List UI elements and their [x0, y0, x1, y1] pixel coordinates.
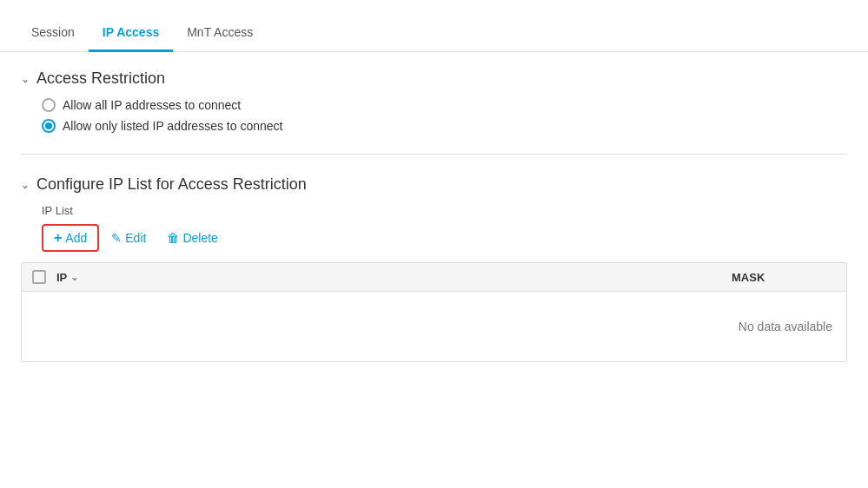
select-all-checkbox[interactable] — [32, 270, 46, 284]
edit-icon: ✎ — [111, 231, 122, 245]
radio-group: Allow all IP addresses to connect Allow … — [21, 98, 847, 133]
main-content: ⌄ Access Restriction Allow all IP addres… — [0, 52, 868, 400]
tab-ip-access[interactable]: IP Access — [89, 15, 173, 52]
tabs-bar: Session IP Access MnT Access — [0, 0, 868, 52]
mask-column-header: MASK — [732, 271, 836, 284]
add-button[interactable]: + Add — [42, 224, 99, 252]
edit-button[interactable]: ✎ Edit — [103, 227, 155, 249]
delete-button-label: Delete — [182, 231, 217, 245]
table-header: IP ⌄ MASK — [22, 263, 846, 292]
no-data-message: No data available — [739, 320, 832, 333]
radio-allow-listed[interactable]: Allow only listed IP addresses to connec… — [42, 119, 847, 133]
radio-circle-allow-all[interactable] — [42, 98, 56, 112]
ip-list-section-title: Configure IP List for Access Restriction — [36, 175, 307, 194]
tab-session[interactable]: Session — [17, 15, 89, 52]
plus-icon: + — [54, 230, 62, 246]
ip-list-label: IP List — [21, 204, 847, 217]
ip-table: IP ⌄ MASK No data available — [21, 262, 847, 362]
ip-list-section: ⌄ Configure IP List for Access Restricti… — [21, 175, 847, 362]
edit-button-label: Edit — [125, 231, 146, 245]
chevron-down-icon-2: ⌄ — [21, 179, 30, 191]
radio-allow-all[interactable]: Allow all IP addresses to connect — [42, 98, 847, 112]
table-body: No data available — [22, 292, 846, 361]
radio-label-allow-all: Allow all IP addresses to connect — [63, 98, 241, 112]
ip-column-header: IP ⌄ — [56, 271, 721, 284]
ip-list-section-header: ⌄ Configure IP List for Access Restricti… — [21, 175, 847, 194]
delete-button[interactable]: 🗑 Delete — [158, 227, 226, 249]
chevron-down-icon: ⌄ — [21, 73, 30, 85]
add-button-label: Add — [65, 231, 87, 245]
tab-mnt-access[interactable]: MnT Access — [173, 15, 267, 52]
sort-icon-ip: ⌄ — [70, 272, 78, 283]
radio-label-allow-listed: Allow only listed IP addresses to connec… — [63, 119, 282, 133]
ip-list-toolbar: + Add ✎ Edit 🗑 Delete — [21, 224, 847, 252]
trash-icon: 🗑 — [167, 231, 179, 245]
radio-circle-allow-listed[interactable] — [42, 119, 56, 133]
access-restriction-section: ⌄ Access Restriction Allow all IP addres… — [21, 69, 847, 133]
section-divider — [21, 154, 847, 155]
access-restriction-header: ⌄ Access Restriction — [21, 69, 847, 88]
access-restriction-title: Access Restriction — [36, 69, 165, 88]
